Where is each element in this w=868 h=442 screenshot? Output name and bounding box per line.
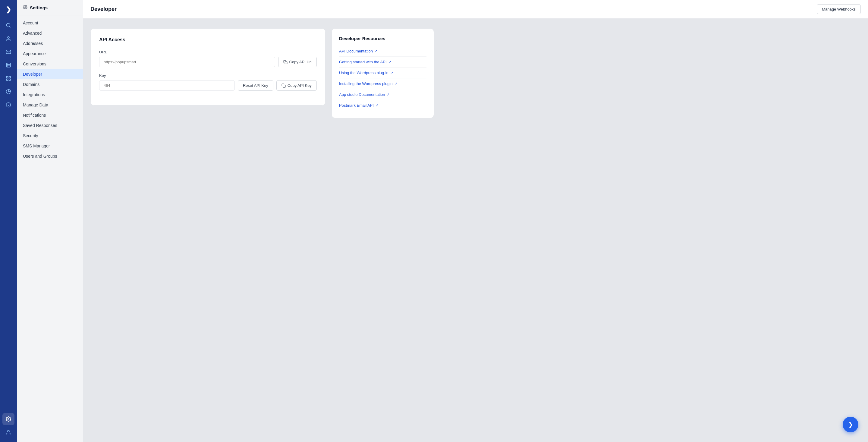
fab-arrow-icon: ❯ xyxy=(848,421,853,428)
resource-link-installing-wordpress[interactable]: Installing the Wordpress plugin ↗ xyxy=(339,79,427,89)
sidebar-item-manage-data[interactable]: Manage Data xyxy=(17,100,83,110)
api-access-title: API Access xyxy=(99,37,317,42)
sidebar-item-saved-responses[interactable]: Saved Responses xyxy=(17,120,83,130)
key-field-group: Key Reset API Key Copy API Key xyxy=(99,73,317,91)
svg-line-1 xyxy=(9,26,10,27)
sidebar-header: Settings xyxy=(17,0,83,16)
content-area: API Access URL Copy API Url Key Reset AP… xyxy=(83,19,868,442)
external-link-icon-0: ↗ xyxy=(375,49,377,53)
svg-point-17 xyxy=(25,7,26,8)
sidebar-item-developer[interactable]: Developer xyxy=(17,69,83,79)
icon-bar: ❯ xyxy=(0,0,17,442)
svg-point-2 xyxy=(7,36,9,38)
sidebar-nav: Account Advanced Addresses Appearance Co… xyxy=(17,16,83,442)
logo[interactable]: ❯ xyxy=(2,4,14,16)
table-nav-icon[interactable] xyxy=(2,59,14,71)
sidebar-item-users-groups[interactable]: Users and Groups xyxy=(17,151,83,161)
user-nav-icon[interactable] xyxy=(2,33,14,45)
key-label: Key xyxy=(99,73,317,78)
svg-rect-10 xyxy=(6,79,8,81)
sidebar-item-advanced[interactable]: Advanced xyxy=(17,28,83,38)
sidebar-item-integrations[interactable]: Integrations xyxy=(17,90,83,100)
search-nav-icon[interactable] xyxy=(2,19,14,31)
svg-rect-11 xyxy=(9,79,10,81)
fab-button[interactable]: ❯ xyxy=(843,417,858,432)
resources-title: Developer Resources xyxy=(339,36,427,41)
resource-link-api-docs[interactable]: API Documentation ↗ xyxy=(339,46,427,57)
url-field-group: URL Copy API Url xyxy=(99,50,317,67)
sidebar-item-addresses[interactable]: Addresses xyxy=(17,38,83,49)
svg-rect-18 xyxy=(285,61,287,64)
api-docs-label: API Documentation xyxy=(339,49,373,53)
copy-key-icon xyxy=(281,84,286,88)
logo-arrow-icon: ❯ xyxy=(6,6,11,13)
sidebar-settings-icon xyxy=(23,5,27,10)
developer-resources-card: Developer Resources API Documentation ↗ … xyxy=(332,28,434,118)
url-label: URL xyxy=(99,50,317,54)
external-link-icon-2: ↗ xyxy=(390,71,393,75)
copy-api-url-button[interactable]: Copy API Url xyxy=(278,57,317,67)
reset-api-key-button[interactable]: Reset API Key xyxy=(238,80,273,91)
sidebar-item-security[interactable]: Security xyxy=(17,130,83,141)
svg-rect-8 xyxy=(6,76,8,78)
sidebar-item-appearance[interactable]: Appearance xyxy=(17,49,83,59)
sidebar: Settings Account Advanced Addresses Appe… xyxy=(17,0,83,442)
copy-api-key-label: Copy API Key xyxy=(287,83,312,88)
svg-point-0 xyxy=(6,23,10,27)
sidebar-title: Settings xyxy=(30,5,48,10)
resource-link-getting-started[interactable]: Getting started with the API ↗ xyxy=(339,57,427,67)
reset-api-key-label: Reset API Key xyxy=(243,83,268,88)
copy-url-icon xyxy=(283,60,287,64)
topbar: Developer Manage Webhooks xyxy=(83,0,868,19)
resource-link-postmark[interactable]: Postmark Email API ↗ xyxy=(339,100,427,111)
main-content: Developer Manage Webhooks API Access URL… xyxy=(83,0,868,442)
external-link-icon-1: ↗ xyxy=(389,60,391,64)
chart-nav-icon[interactable] xyxy=(2,72,14,84)
external-link-icon-3: ↗ xyxy=(395,82,397,86)
sidebar-item-sms-manager[interactable]: SMS Manager xyxy=(17,141,83,151)
avatar-nav-icon[interactable] xyxy=(2,426,14,438)
sidebar-item-domains[interactable]: Domains xyxy=(17,79,83,90)
resource-link-wordpress-plugin[interactable]: Using the Wordpress plug-in ↗ xyxy=(339,67,427,79)
url-input[interactable] xyxy=(99,57,275,67)
copy-api-url-label: Copy API Url xyxy=(289,60,312,64)
info-nav-icon[interactable] xyxy=(2,99,14,111)
getting-started-label: Getting started with the API xyxy=(339,60,387,64)
api-access-card: API Access URL Copy API Url Key Reset AP… xyxy=(90,28,326,106)
wordpress-plugin-label: Using the Wordpress plug-in xyxy=(339,70,389,75)
app-studio-label: App studio Documentation xyxy=(339,92,385,97)
svg-rect-19 xyxy=(283,85,285,87)
external-link-icon-4: ↗ xyxy=(387,93,390,96)
sidebar-item-conversions[interactable]: Conversions xyxy=(17,59,83,69)
svg-rect-4 xyxy=(6,63,10,67)
postmark-label: Postmark Email API xyxy=(339,103,374,108)
svg-point-16 xyxy=(7,430,9,432)
copy-api-key-button[interactable]: Copy API Key xyxy=(276,80,317,91)
installing-wordpress-label: Installing the Wordpress plugin xyxy=(339,81,393,86)
resource-link-app-studio[interactable]: App studio Documentation ↗ xyxy=(339,89,427,100)
manage-webhooks-button[interactable]: Manage Webhooks xyxy=(817,4,861,14)
mail-nav-icon[interactable] xyxy=(2,46,14,58)
sidebar-item-notifications[interactable]: Notifications xyxy=(17,110,83,120)
sidebar-item-account[interactable]: Account xyxy=(17,18,83,28)
pie-nav-icon[interactable] xyxy=(2,86,14,98)
external-link-icon-5: ↗ xyxy=(375,104,378,107)
svg-point-15 xyxy=(8,418,9,420)
page-title: Developer xyxy=(90,6,117,12)
url-field-row: Copy API Url xyxy=(99,57,317,67)
key-field-row: Reset API Key Copy API Key xyxy=(99,80,317,91)
svg-rect-9 xyxy=(9,76,10,78)
settings-nav-icon[interactable] xyxy=(2,413,14,425)
key-input[interactable] xyxy=(99,80,235,91)
